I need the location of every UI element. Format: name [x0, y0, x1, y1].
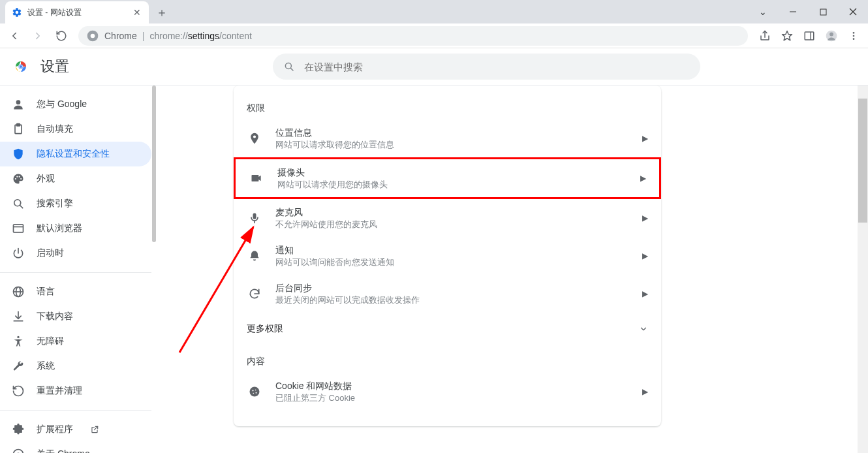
settings-search[interactable] — [273, 54, 700, 80]
back-button[interactable] — [4, 25, 25, 46]
page-title: 设置 — [40, 57, 69, 76]
svg-point-26 — [19, 176, 20, 178]
sidebar-item-extensions[interactable]: 扩展程序 — [0, 417, 151, 442]
side-panel-button[interactable] — [799, 25, 820, 46]
search-input[interactable] — [303, 61, 690, 73]
svg-marker-7 — [783, 31, 792, 40]
svg-point-46 — [256, 392, 257, 394]
svg-point-13 — [853, 35, 855, 37]
svg-line-37 — [94, 426, 97, 430]
new-tab-button[interactable]: ＋ — [153, 3, 171, 22]
cookie-icon — [247, 385, 262, 398]
sidebar-item-search-engine[interactable]: 搜索引擎 — [0, 191, 151, 216]
sidebar-item-downloads[interactable]: 下载内容 — [0, 304, 151, 329]
svg-line-29 — [20, 206, 23, 208]
row-microphone[interactable]: 麦克风不允许网站使用您的麦克风 ▶ — [234, 199, 661, 237]
sidebar-item-languages[interactable]: 语言 — [0, 279, 151, 304]
svg-rect-1 — [820, 9, 826, 15]
tab-search-button[interactable]: ⌄ — [748, 2, 778, 22]
sidebar-item-system[interactable]: 系统 — [0, 354, 151, 379]
svg-point-14 — [853, 38, 855, 40]
row-location[interactable]: 位置信息网站可以请求取得您的位置信息 ▶ — [234, 119, 661, 157]
svg-point-38 — [14, 450, 23, 454]
window-close-button[interactable] — [838, 2, 868, 22]
camera-icon — [249, 172, 264, 185]
row-more-permissions[interactable]: 更多权限 — [234, 313, 661, 345]
sidebar-item-default-browser[interactable]: 默认浏览器 — [0, 216, 151, 241]
chevron-down-icon — [639, 324, 648, 334]
site-settings-card: 权限 位置信息网站可以请求取得您的位置信息 ▶ 摄像头网站可以请求使用您的摄像头… — [234, 86, 661, 426]
chevron-right-icon: ▶ — [642, 213, 648, 223]
svg-point-44 — [255, 390, 256, 391]
chevron-right-icon: ▶ — [640, 174, 646, 183]
svg-point-18 — [20, 65, 22, 68]
profile-button[interactable] — [821, 25, 842, 46]
settings-sidebar: 您与 Google 自动填充 隐私设置和安全性 外观 搜索引擎 默认浏览器 启动… — [0, 86, 151, 453]
sync-icon — [247, 287, 262, 300]
svg-rect-8 — [805, 32, 814, 40]
reload-button[interactable] — [51, 25, 72, 46]
search-icon — [283, 61, 295, 72]
chevron-right-icon: ▶ — [642, 289, 648, 298]
menu-button[interactable] — [843, 25, 864, 46]
row-background-sync[interactable]: 后台同步最近关闭的网站可以完成数据收发操作 ▶ — [234, 275, 661, 313]
row-camera[interactable]: 摄像头网站可以请求使用您的摄像头 ▶ — [234, 157, 661, 199]
address-bar[interactable]: Chrome | chrome://settings/content — [78, 26, 748, 46]
forward-button[interactable] — [27, 25, 48, 46]
content-scrollbar[interactable] — [858, 86, 868, 453]
extension-icon — [12, 423, 25, 436]
svg-rect-40 — [253, 213, 256, 219]
sidebar-item-privacy[interactable]: 隐私设置和安全性 — [0, 142, 151, 166]
maximize-button[interactable] — [808, 2, 838, 22]
svg-point-25 — [16, 176, 18, 178]
microphone-icon — [247, 211, 262, 225]
svg-point-24 — [15, 178, 16, 180]
power-icon — [12, 247, 25, 260]
close-tab-button[interactable]: ✕ — [132, 7, 142, 18]
tab-title: 设置 - 网站设置 — [27, 7, 127, 18]
svg-point-42 — [250, 387, 260, 397]
browser-icon — [12, 222, 25, 235]
palette-icon — [12, 172, 25, 185]
svg-point-45 — [253, 393, 255, 394]
sidebar-item-on-startup[interactable]: 启动时 — [0, 241, 151, 266]
svg-rect-30 — [14, 225, 23, 232]
url-scheme-label: Chrome — [104, 31, 137, 41]
sidebar-scrollbar[interactable] — [151, 86, 157, 453]
window-controls: ⌄ — [748, 0, 868, 23]
svg-point-21 — [16, 100, 21, 104]
svg-point-11 — [829, 32, 833, 36]
row-cookies[interactable]: Cookie 和网站数据已阻止第三方 Cookie ▶ — [234, 373, 661, 411]
sidebar-item-you-and-google[interactable]: 您与 Google — [0, 92, 151, 117]
wrench-icon — [12, 360, 25, 373]
titlebar: 设置 - 网站设置 ✕ ＋ ⌄ — [0, 0, 868, 23]
search-icon — [12, 197, 25, 210]
sidebar-item-reset[interactable]: 重置并清理 — [0, 379, 151, 403]
sidebar-item-about[interactable]: 关于 Chrome — [0, 442, 151, 453]
gear-icon — [12, 7, 22, 18]
accessibility-icon — [12, 335, 25, 348]
person-icon — [12, 98, 25, 111]
sidebar-item-autofill[interactable]: 自动填充 — [0, 117, 151, 142]
svg-rect-23 — [17, 124, 20, 126]
settings-content: 权限 位置信息网站可以请求取得您的位置信息 ▶ 摄像头网站可以请求使用您的摄像头… — [157, 86, 868, 453]
bookmark-button[interactable] — [777, 25, 798, 46]
share-button[interactable] — [754, 25, 775, 46]
svg-point-27 — [20, 178, 22, 180]
browser-tab[interactable]: 设置 - 网站设置 ✕ — [5, 1, 149, 23]
download-icon — [12, 310, 25, 323]
globe-icon — [12, 285, 25, 298]
settings-header: 设置 — [0, 48, 868, 85]
shield-icon — [12, 148, 25, 161]
svg-point-36 — [17, 336, 19, 338]
svg-line-20 — [290, 68, 293, 70]
svg-point-5 — [91, 33, 95, 38]
minimize-button[interactable] — [778, 2, 808, 22]
row-notifications[interactable]: 通知网站可以询问能否向您发送通知 ▶ — [234, 237, 661, 275]
chrome-small-icon — [12, 448, 25, 453]
section-permissions-label: 权限 — [234, 92, 661, 119]
sidebar-item-appearance[interactable]: 外观 — [0, 166, 151, 191]
sidebar-item-accessibility[interactable]: 无障碍 — [0, 329, 151, 354]
chrome-icon — [86, 29, 99, 42]
location-icon — [247, 132, 262, 145]
